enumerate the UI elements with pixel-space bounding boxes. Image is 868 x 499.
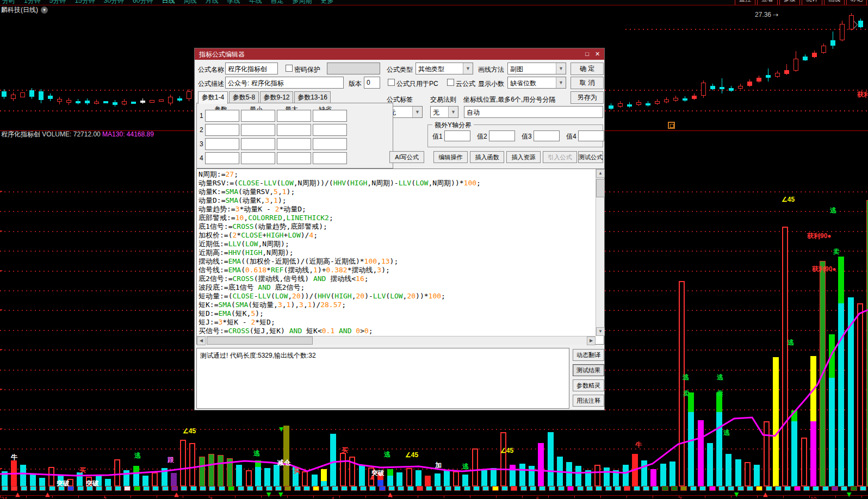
y-value-input[interactable]: [444, 130, 470, 141]
indicator-name[interactable]: 程序化指标创: [1, 130, 40, 138]
y-value-input[interactable]: [489, 130, 515, 141]
period-item[interactable]: 多周期: [292, 0, 312, 5]
draw-method-select[interactable]: 副图▼: [507, 63, 566, 74]
tab-参数5-8[interactable]: 参数5-8: [229, 91, 259, 103]
coord-pos-input[interactable]: 自动: [464, 106, 603, 118]
period-item[interactable]: 30分钟: [104, 0, 124, 5]
param-input[interactable]: [277, 110, 311, 122]
period-item[interactable]: 15分钟: [75, 0, 95, 5]
action-button-3[interactable]: 插入函数: [470, 151, 504, 163]
trade-rule-select[interactable]: 无▼: [430, 106, 458, 118]
y-value-input[interactable]: [578, 130, 604, 141]
param-input[interactable]: [205, 152, 239, 164]
formula-name-input[interactable]: 程序化指标创: [225, 63, 278, 74]
tab-参数9-12[interactable]: 参数9-12: [260, 91, 293, 103]
tab-参数13-16[interactable]: 参数13-16: [294, 91, 331, 103]
period-menu[interactable]: 分时1分钟5分钟15分钟30分钟60分钟日线周线月线季线年线自定多周期更多: [2, 0, 333, 5]
toolbar-buttons[interactable]: 监控查看多股统计画线标记: [735, 0, 867, 5]
password-checkbox[interactable]: [286, 65, 293, 72]
side-button-3[interactable]: 参数精灵: [573, 379, 604, 391]
param-input[interactable]: [205, 110, 239, 122]
period-item[interactable]: 自定: [270, 0, 283, 5]
ribbon-cell: [605, 486, 612, 491]
chevron-down-icon[interactable]: ▾: [41, 7, 48, 14]
indicator-header: 程序化指标创 VOLUME: 72712.00 MA130: 44168.89: [1, 130, 154, 139]
code-text[interactable]: N周期:=27;动量RSV:=(CLOSE-LLV(LOW,N周期))/(HHV…: [197, 169, 596, 336]
scroll-right-icon[interactable]: ▶: [587, 336, 596, 345]
param-row-number: 3: [200, 140, 203, 148]
period-item[interactable]: 5分钟: [49, 0, 66, 5]
ribbon-cell: [369, 486, 376, 491]
action-button-6[interactable]: 测试公式: [578, 151, 603, 163]
formula-desc-input[interactable]: 公众号: 程序化指标: [225, 77, 344, 89]
action-button-1[interactable]: AI写公式: [389, 151, 424, 163]
param-input[interactable]: [241, 124, 275, 136]
saveas-button[interactable]: 另存为: [571, 91, 604, 104]
decimals-select[interactable]: 缺省位数▼: [507, 77, 566, 89]
code-line: 信号线:=EMA(0.618*REF(摆动线,1)+0.382*摆动线,3);: [199, 266, 596, 275]
version-input[interactable]: 0: [364, 77, 380, 89]
y-value-input[interactable]: [534, 130, 560, 141]
scroll-down-icon[interactable]: ▼: [596, 327, 605, 336]
code-editor[interactable]: N周期:=27;动量RSV:=(CLOSE-LLV(LOW,N周期))/(HHV…: [196, 169, 604, 345]
v-scroll-thumb[interactable]: [596, 179, 605, 197]
pc-only-checkbox[interactable]: [388, 79, 395, 86]
side-button-2[interactable]: 测试结果: [573, 364, 604, 376]
toolbar-button[interactable]: 统计: [802, 0, 822, 5]
formula-type-select[interactable]: 其他类型▼: [416, 63, 473, 74]
param-input[interactable]: [313, 110, 347, 122]
close-icon[interactable]: ✕: [593, 50, 602, 58]
chevron-down-icon[interactable]: ▼: [448, 107, 458, 117]
dialog-titlebar[interactable]: 指标公式编辑器 □ ✕: [195, 48, 604, 60]
h-scrollbar[interactable]: ◀ ▶: [197, 336, 596, 345]
period-item[interactable]: 年线: [249, 0, 262, 5]
scroll-up-icon[interactable]: ▲: [596, 169, 605, 178]
toolbar-button[interactable]: 多股: [779, 0, 800, 5]
cancel-button[interactable]: 取 消: [571, 77, 604, 89]
chevron-down-icon[interactable]: ▼: [412, 107, 422, 117]
toolbar-button[interactable]: 标记: [846, 0, 867, 5]
stock-name[interactable]: 麟科技(日线): [1, 5, 38, 15]
period-item[interactable]: 60分钟: [133, 0, 153, 5]
tab-参数1-4[interactable]: 参数1-4: [198, 91, 228, 104]
chevron-down-icon[interactable]: ▼: [463, 63, 473, 74]
param-input[interactable]: [313, 124, 347, 136]
cloud-formula-checkbox[interactable]: [447, 79, 454, 86]
top-toolbar: 分时1分钟5分钟15分钟30分钟60分钟日线周线月线季线年线自定多周期更多 监控…: [0, 0, 868, 5]
param-input[interactable]: [205, 124, 239, 136]
param-input[interactable]: [277, 152, 311, 164]
chevron-down-icon[interactable]: ▼: [556, 63, 566, 74]
v-scrollbar[interactable]: ▲ ▼: [596, 169, 604, 336]
param-input[interactable]: [241, 110, 275, 122]
time-axis-label: 10: [810, 496, 816, 499]
h-scroll-thumb[interactable]: [207, 336, 313, 345]
action-button-2[interactable]: 编辑操作: [433, 151, 468, 163]
period-item[interactable]: 日线: [162, 0, 175, 5]
toolbar-button[interactable]: 查看: [757, 0, 778, 5]
param-input[interactable]: [313, 138, 347, 150]
toolbar-button[interactable]: 监控: [735, 0, 755, 5]
toolbar-button[interactable]: 画线: [824, 0, 845, 5]
period-item[interactable]: 月线: [205, 0, 218, 5]
param-input[interactable]: [313, 152, 347, 164]
period-item[interactable]: 分时: [2, 0, 15, 5]
scroll-left-icon[interactable]: ◀: [197, 336, 206, 345]
action-button-4[interactable]: 插入资源: [506, 151, 541, 163]
param-input[interactable]: [277, 138, 311, 150]
period-item[interactable]: 1分钟: [24, 0, 41, 5]
param-input[interactable]: [241, 138, 275, 150]
candle: [94, 102, 99, 104]
square-marker-icon[interactable]: [668, 122, 675, 129]
chevron-down-icon[interactable]: ▼: [556, 77, 566, 88]
param-input[interactable]: [277, 124, 311, 136]
code-line: N周期:=27;: [199, 170, 596, 179]
period-item[interactable]: 周线: [183, 0, 196, 5]
param-input[interactable]: [241, 152, 275, 164]
period-item[interactable]: 季线: [227, 0, 240, 5]
param-input[interactable]: [205, 138, 239, 150]
maximize-icon[interactable]: □: [583, 50, 591, 58]
side-button-1[interactable]: 动态翻译: [573, 349, 604, 361]
ok-button[interactable]: 确 定: [571, 63, 604, 75]
side-button-4[interactable]: 用法注释: [573, 395, 604, 407]
period-item[interactable]: 更多: [320, 0, 333, 5]
